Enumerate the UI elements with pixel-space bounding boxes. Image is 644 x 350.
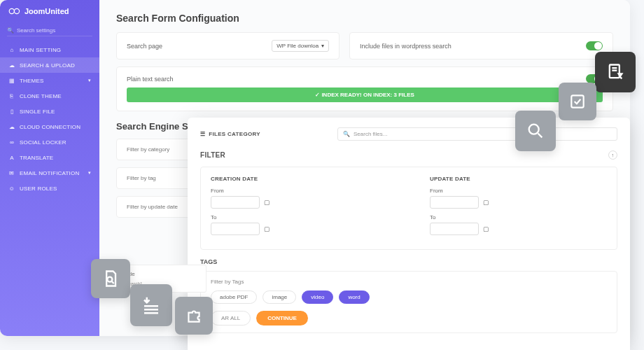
- files-category-label[interactable]: ☰ FILES CATEGORY: [200, 131, 260, 137]
- tags-subtitle: Filter by Tags: [211, 279, 607, 285]
- nav-label: CLONE THEME: [20, 93, 62, 99]
- update-date-col: UPDATE DATE From ▢ To ▢: [430, 176, 607, 241]
- index-status-bar: ✓ INDEX READY! ON INDEX: 3 FILES: [127, 88, 603, 102]
- checkbox-tile-icon: [559, 83, 596, 120]
- tag-pill-image[interactable]: image: [262, 290, 296, 304]
- cloud-icon: ☁: [8, 123, 15, 130]
- tag-pill-word[interactable]: word: [339, 290, 369, 304]
- filter-overlay: ☰ FILES CATEGORY 🔍 Search files... FILTE…: [188, 118, 630, 350]
- brand-logo-icon: [8, 8, 21, 15]
- puzzle-tile-icon: [175, 297, 213, 335]
- search-page-card: Search page WP File downloa ▾: [116, 32, 340, 59]
- include-files-card: Include files in wordpress search: [349, 32, 613, 59]
- to-label: To: [430, 214, 607, 220]
- nav-label: EMAIL NOTIFICATION: [20, 170, 79, 176]
- plain-text-card: Plain text search ✓ INDEX READY! ON INDE…: [116, 66, 613, 111]
- creation-date-col: CREATION DATE From ▢ To ▢: [211, 176, 388, 241]
- plain-text-label: Plain text search: [127, 76, 586, 83]
- sidebar-search[interactable]: 🔍 Search settings: [7, 25, 92, 36]
- page-title: Search Form Configuation: [116, 13, 613, 24]
- nav-email-notification[interactable]: ✉EMAIL NOTIFICATION▾: [0, 165, 99, 181]
- nav-label: SINGLE FILE: [20, 108, 55, 115]
- nav-main-setting[interactable]: ⌂MAIN SETTING: [0, 42, 99, 57]
- creation-to-input[interactable]: [211, 223, 260, 235]
- svg-line-9: [111, 281, 114, 284]
- nav-cloud-connection[interactable]: ☁CLOUD CONNECTION: [0, 119, 99, 134]
- nav-label: TRANSLATE: [20, 155, 53, 161]
- tags-box: Filter by Tags adobe PDF image video wor…: [200, 271, 617, 333]
- user-icon: ☺: [8, 185, 15, 192]
- grid-icon: ▦: [8, 77, 15, 84]
- nav-search-upload[interactable]: ☁SEARCH & UPLOAD: [0, 57, 99, 73]
- search-files-input[interactable]: 🔍 Search files...: [337, 127, 617, 141]
- update-date-title: UPDATE DATE: [430, 176, 607, 182]
- upload-icon: ☁: [8, 62, 15, 69]
- tag-pill-pdf[interactable]: adobe PDF: [211, 290, 257, 304]
- select-value: WP File downloa: [276, 43, 318, 49]
- brand-name: JoomUnited: [24, 7, 69, 15]
- search-icon: 🔍: [7, 27, 14, 34]
- filter-title-text: FILTER: [200, 151, 225, 159]
- update-from-input[interactable]: [430, 196, 479, 209]
- svg-point-6: [529, 125, 539, 134]
- category-text: FILES CATEGORY: [209, 131, 260, 137]
- search-tile-icon: [515, 111, 556, 151]
- translate-icon: A: [8, 154, 15, 161]
- download-list-tile-icon: [130, 284, 172, 326]
- nav-user-roles[interactable]: ☺USER ROLES: [0, 181, 99, 196]
- nav-translate[interactable]: ATRANSLATE: [0, 150, 99, 165]
- clear-all-button[interactable]: AR ALL: [211, 311, 251, 326]
- collapse-icon[interactable]: ↑: [608, 150, 617, 160]
- sidebar: JoomUnited 🔍 Search settings ⌂MAIN SETTI…: [0, 0, 99, 336]
- from-label: From: [430, 188, 607, 194]
- to-label: To: [211, 214, 388, 220]
- svg-line-7: [538, 134, 542, 138]
- copy-icon: ⎘: [8, 92, 15, 99]
- share-icon: ∞: [8, 139, 15, 146]
- chevron-down-icon: ▾: [321, 43, 324, 49]
- calendar-icon[interactable]: ▢: [483, 225, 489, 232]
- svg-point-0: [9, 8, 14, 13]
- nav-clone-theme[interactable]: ⎘CLONE THEME: [0, 88, 99, 104]
- doc-filter-tile-icon: [595, 52, 636, 92]
- calendar-icon[interactable]: ▢: [264, 225, 270, 232]
- nav-label: THEMES: [20, 78, 44, 84]
- mail-icon: ✉: [8, 169, 15, 176]
- chevron-down-icon: ▾: [88, 78, 91, 83]
- search-icon: 🔍: [343, 131, 350, 137]
- tag-pill-video[interactable]: video: [302, 290, 333, 304]
- svg-point-1: [14, 8, 19, 13]
- search-files-placeholder: Search files...: [354, 131, 387, 137]
- home-icon: ⌂: [8, 46, 15, 53]
- filter-section-title: FILTER ↑: [200, 150, 617, 160]
- file-icon: ▯: [8, 108, 15, 115]
- from-label: From: [211, 188, 388, 194]
- nav-themes[interactable]: ▦THEMES▾: [0, 73, 99, 88]
- nav-label: SEARCH & UPLOAD: [20, 62, 75, 69]
- nav-single-file[interactable]: ▯SINGLE FILE: [0, 104, 99, 119]
- nav-label: USER ROLES: [20, 186, 57, 192]
- nav-label: MAIN SETTING: [20, 47, 61, 53]
- search-page-select[interactable]: WP File downloa ▾: [272, 40, 329, 52]
- calendar-icon[interactable]: ▢: [483, 199, 489, 206]
- chevron-down-icon: ▾: [88, 170, 91, 176]
- menu-icon: ☰: [200, 131, 205, 137]
- brand: JoomUnited: [0, 0, 99, 22]
- continue-button[interactable]: CONTINUE: [256, 311, 308, 326]
- sidebar-search-placeholder: Search settings: [17, 27, 55, 34]
- nav-label: SOCIAL LOCKER: [20, 139, 66, 146]
- nav-label: CLOUD CONNECTION: [20, 124, 80, 130]
- creation-date-title: CREATION DATE: [211, 176, 388, 182]
- update-to-input[interactable]: [430, 223, 479, 235]
- include-files-label: Include files in wordpress search: [360, 43, 586, 50]
- file-search-tile-icon: [91, 259, 130, 298]
- svg-rect-5: [571, 95, 583, 107]
- date-filter-box: CREATION DATE From ▢ To ▢ UPDATE DATE Fr…: [200, 167, 617, 250]
- search-page-label: Search page: [127, 43, 272, 50]
- calendar-icon[interactable]: ▢: [264, 199, 270, 206]
- creation-from-input[interactable]: [211, 196, 260, 209]
- nav-social-locker[interactable]: ∞SOCIAL LOCKER: [0, 134, 99, 150]
- tags-title: TAGS: [200, 258, 617, 265]
- include-files-toggle[interactable]: [586, 41, 603, 50]
